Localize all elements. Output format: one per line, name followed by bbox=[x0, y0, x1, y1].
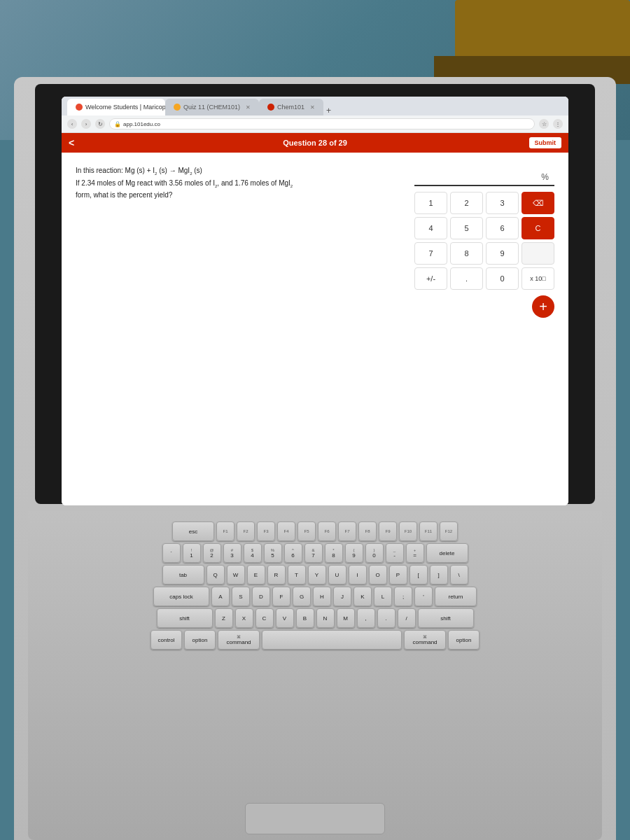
key-z[interactable]: Z bbox=[215, 608, 233, 628]
key-period[interactable]: . bbox=[377, 608, 396, 628]
forward-button[interactable]: › bbox=[81, 119, 91, 129]
key-esc[interactable]: esc bbox=[172, 522, 214, 541]
key-command-right[interactable]: ⌘command bbox=[404, 630, 446, 650]
key-s[interactable]: S bbox=[232, 587, 250, 606]
refresh-button[interactable]: ↻ bbox=[95, 119, 105, 129]
calc-btn-x10[interactable]: x 10□ bbox=[522, 267, 554, 290]
key-tab[interactable]: tab bbox=[162, 565, 204, 584]
calc-btn-plusminus[interactable]: +/- bbox=[414, 267, 447, 290]
tab-2[interactable]: Quiz 11 (CHEM101) ✕ bbox=[165, 99, 259, 115]
new-tab-button[interactable]: + bbox=[326, 106, 331, 115]
calc-btn-0[interactable]: 0 bbox=[486, 267, 519, 290]
key-4[interactable]: $4 bbox=[244, 543, 262, 563]
back-button[interactable]: ‹ bbox=[67, 119, 77, 129]
calc-btn-6[interactable]: 6 bbox=[486, 217, 519, 239]
submit-button[interactable]: Submit bbox=[529, 137, 562, 148]
calc-btn-9[interactable]: 9 bbox=[486, 242, 519, 265]
key-r[interactable]: R bbox=[267, 565, 286, 584]
key-k[interactable]: K bbox=[354, 587, 372, 606]
key-3[interactable]: #3 bbox=[223, 543, 241, 563]
calc-btn-backspace[interactable]: ⌫ bbox=[522, 192, 554, 214]
key-b[interactable]: B bbox=[296, 608, 314, 628]
back-nav-button[interactable]: < bbox=[69, 137, 74, 148]
key-f9[interactable]: F9 bbox=[379, 522, 397, 541]
key-f[interactable]: F bbox=[272, 587, 290, 606]
calc-btn-dot[interactable]: . bbox=[450, 267, 483, 290]
key-f7[interactable]: F7 bbox=[338, 522, 356, 541]
calc-btn-7[interactable]: 7 bbox=[414, 242, 447, 265]
key-9[interactable]: (9 bbox=[345, 543, 363, 563]
key-f4[interactable]: F4 bbox=[277, 522, 295, 541]
key-8[interactable]: *8 bbox=[325, 543, 343, 563]
key-delete[interactable]: delete bbox=[426, 543, 468, 563]
address-bar[interactable]: 🔒 app.101edu.co bbox=[109, 118, 535, 130]
key-backtick[interactable]: ` bbox=[162, 543, 181, 563]
key-f2[interactable]: F2 bbox=[237, 522, 255, 541]
key-6[interactable]: ^6 bbox=[284, 543, 302, 563]
key-space[interactable] bbox=[262, 630, 402, 650]
tab-2-close[interactable]: ✕ bbox=[246, 104, 251, 111]
key-comma[interactable]: , bbox=[357, 608, 375, 628]
key-f3[interactable]: F3 bbox=[257, 522, 275, 541]
calc-btn-1[interactable]: 1 bbox=[414, 192, 447, 214]
key-rbracket[interactable]: ] bbox=[430, 565, 448, 584]
key-d[interactable]: D bbox=[252, 587, 270, 606]
account-button[interactable]: ⋮ bbox=[553, 119, 563, 129]
key-j[interactable]: J bbox=[333, 587, 351, 606]
key-f1[interactable]: F1 bbox=[216, 522, 234, 541]
key-command-left[interactable]: ⌘command bbox=[218, 630, 260, 650]
tab-3[interactable]: Chem101 ✕ bbox=[259, 99, 323, 115]
key-p[interactable]: P bbox=[389, 565, 407, 584]
key-shift-right[interactable]: shift bbox=[418, 608, 474, 628]
bookmark-button[interactable]: ☆ bbox=[539, 119, 549, 129]
key-minus[interactable]: _- bbox=[386, 543, 404, 563]
touchpad[interactable] bbox=[245, 803, 385, 834]
calc-btn-4[interactable]: 4 bbox=[414, 217, 447, 239]
key-v[interactable]: V bbox=[276, 608, 294, 628]
key-f12[interactable]: F12 bbox=[440, 522, 458, 541]
key-w[interactable]: W bbox=[227, 565, 245, 584]
key-capslock[interactable]: caps lock bbox=[153, 587, 209, 606]
key-y[interactable]: Y bbox=[308, 565, 326, 584]
key-q[interactable]: Q bbox=[206, 565, 225, 584]
calc-btn-5[interactable]: 5 bbox=[450, 217, 483, 239]
key-5[interactable]: %5 bbox=[264, 543, 282, 563]
calc-btn-2[interactable]: 2 bbox=[450, 192, 483, 214]
key-f6[interactable]: F6 bbox=[318, 522, 336, 541]
key-2[interactable]: @2 bbox=[203, 543, 221, 563]
key-g[interactable]: G bbox=[293, 587, 311, 606]
key-m[interactable]: M bbox=[337, 608, 355, 628]
key-0[interactable]: )0 bbox=[365, 543, 384, 563]
key-h[interactable]: H bbox=[313, 587, 331, 606]
key-control[interactable]: control bbox=[150, 630, 182, 650]
key-i[interactable]: I bbox=[349, 565, 367, 584]
key-f8[interactable]: F8 bbox=[358, 522, 377, 541]
key-n[interactable]: N bbox=[316, 608, 335, 628]
add-button[interactable]: + bbox=[532, 295, 554, 318]
key-e[interactable]: E bbox=[247, 565, 265, 584]
key-return[interactable]: return bbox=[435, 587, 477, 606]
key-option-left[interactable]: option bbox=[184, 630, 216, 650]
key-7[interactable]: &7 bbox=[304, 543, 323, 563]
tab-3-close[interactable]: ✕ bbox=[310, 104, 315, 111]
key-1[interactable]: !1 bbox=[183, 543, 201, 563]
key-slash[interactable]: / bbox=[398, 608, 416, 628]
key-semicolon[interactable]: ; bbox=[394, 587, 412, 606]
key-u[interactable]: U bbox=[328, 565, 346, 584]
key-lbracket[interactable]: [ bbox=[410, 565, 428, 584]
key-quote[interactable]: ' bbox=[414, 587, 433, 606]
key-option-right[interactable]: option bbox=[448, 630, 479, 650]
key-f11[interactable]: F11 bbox=[419, 522, 438, 541]
tab-1[interactable]: Welcome Students | Maricop... ✕ bbox=[67, 99, 165, 115]
key-equals[interactable]: += bbox=[406, 543, 424, 563]
calc-btn-8[interactable]: 8 bbox=[450, 242, 483, 265]
key-a[interactable]: A bbox=[211, 587, 230, 606]
key-backslash[interactable]: \ bbox=[450, 565, 468, 584]
key-x[interactable]: X bbox=[235, 608, 253, 628]
key-shift-left[interactable]: shift bbox=[157, 608, 213, 628]
key-c[interactable]: C bbox=[255, 608, 274, 628]
key-l[interactable]: L bbox=[374, 587, 392, 606]
calc-btn-clear[interactable]: C bbox=[522, 217, 554, 239]
key-o[interactable]: O bbox=[369, 565, 387, 584]
key-t[interactable]: T bbox=[288, 565, 306, 584]
